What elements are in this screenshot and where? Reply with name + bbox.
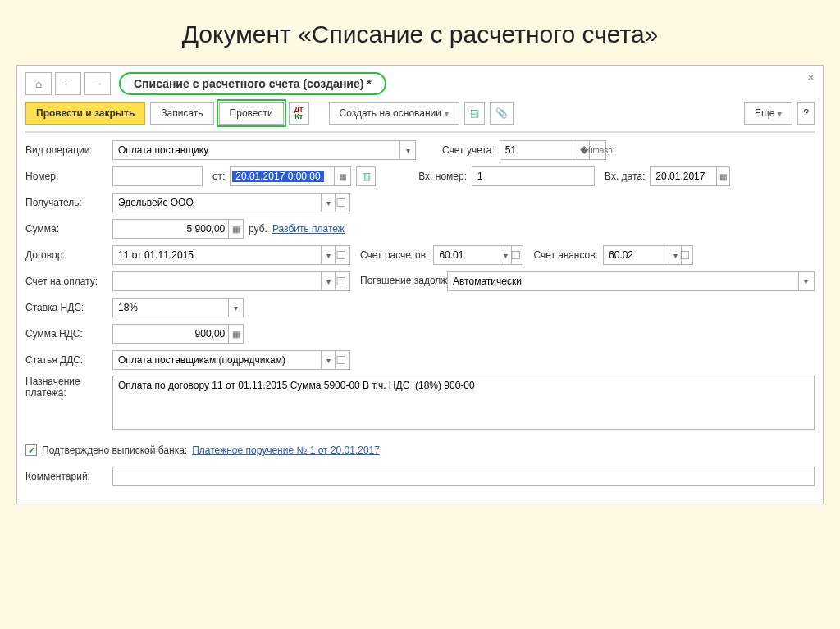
in-num-field[interactable] xyxy=(472,166,595,186)
label-in-date: Вх. дата: xyxy=(605,171,645,182)
label-debt: Погашение задолженности: xyxy=(360,276,442,286)
open-icon[interactable]: �ůmash; xyxy=(589,141,605,159)
attach-icon-button[interactable]: 📎 xyxy=(490,102,514,125)
label-vat-sum: Сумма НДС: xyxy=(25,328,107,340)
post-button[interactable]: Провести xyxy=(219,102,284,125)
op-type-input[interactable] xyxy=(113,141,399,159)
open-icon[interactable]: ⃞ xyxy=(335,272,349,290)
acct-input[interactable] xyxy=(500,141,578,159)
dropdown-icon[interactable]: ▾ xyxy=(321,194,336,212)
dropdown-icon[interactable]: ▾ xyxy=(798,272,814,290)
label-calc-acct: Счет расчетов: xyxy=(360,249,428,261)
vat-sum-field[interactable]: ▦ xyxy=(112,324,244,344)
label-from: от: xyxy=(212,171,225,182)
label-op-type: Вид операции: xyxy=(25,144,107,156)
dropdown-icon[interactable]: ▾ xyxy=(321,351,336,369)
label-acct: Счет учета: xyxy=(442,144,495,156)
open-icon[interactable]: ⃞ xyxy=(681,246,692,264)
doc-status-icon[interactable]: ▥ xyxy=(356,166,376,186)
dtkt-button[interactable]: ДтКт xyxy=(289,102,309,125)
create-based-button[interactable]: Создать на основании▾ xyxy=(329,102,460,125)
op-type-select[interactable]: ▾ xyxy=(112,140,416,160)
date-field[interactable]: 20.01.2017 0:00:00 ▦ xyxy=(230,166,351,186)
acct-select[interactable]: ▾ �ůmash; xyxy=(500,140,606,160)
label-confirmed: Подтверждено выпиской банка: xyxy=(42,444,187,456)
dropdown-icon[interactable]: ▾ xyxy=(228,299,243,317)
number-field[interactable] xyxy=(112,166,203,186)
dropdown-icon[interactable]: ▾ xyxy=(399,141,415,159)
calc-icon[interactable]: ▦ xyxy=(228,220,243,238)
label-dds: Статья ДДС: xyxy=(25,354,107,366)
calc-acct-select[interactable]: ▾ ⃞ xyxy=(433,245,523,265)
label-invoice: Счет на оплату: xyxy=(25,276,107,287)
label-number: Номер: xyxy=(25,171,107,182)
open-icon[interactable]: ⃞ xyxy=(335,351,349,369)
open-icon[interactable]: ⃞ xyxy=(511,246,523,264)
help-button[interactable]: ? xyxy=(797,102,815,125)
label-adv-acct: Счет авансов: xyxy=(533,249,598,261)
sum-field[interactable]: ▦ xyxy=(112,219,244,239)
forward-button[interactable]: → xyxy=(84,72,111,95)
form-body: Вид операции: ▾ Счет учета: ▾ �ůmash; Но… xyxy=(25,139,815,487)
save-button[interactable]: Записать xyxy=(150,102,213,125)
dds-select[interactable]: ▾ ⃞ xyxy=(112,350,350,370)
label-currency: руб. xyxy=(249,223,267,235)
document-window: × ⌂ ← → Списание с расчетного счета (соз… xyxy=(16,65,824,504)
calendar-icon[interactable]: ▦ xyxy=(716,167,729,185)
label-purpose: Назначение платежа: xyxy=(25,376,107,399)
dropdown-icon[interactable]: ▾ xyxy=(669,246,680,264)
dropdown-icon[interactable]: ▾ xyxy=(321,246,336,264)
open-icon[interactable]: ⃞ xyxy=(335,246,349,264)
split-payment-link[interactable]: Разбить платеж xyxy=(272,223,345,235)
label-vat-rate: Ставка НДС: xyxy=(25,302,107,313)
report-icon-button[interactable]: ▤ xyxy=(464,102,485,125)
label-comment: Комментарий: xyxy=(25,471,107,482)
calendar-icon[interactable]: ▦ xyxy=(334,167,350,185)
home-button[interactable]: ⌂ xyxy=(25,72,52,95)
confirmed-checkbox[interactable]: ✓ xyxy=(25,444,37,456)
comment-field[interactable] xyxy=(112,467,815,486)
label-contract: Договор: xyxy=(25,249,107,261)
close-icon[interactable]: × xyxy=(807,71,815,85)
dropdown-icon[interactable]: ▾ xyxy=(321,272,336,290)
page-heading: Документ «Списание с расчетного счета» xyxy=(16,21,824,48)
debt-select[interactable]: ▾ xyxy=(447,271,815,291)
contract-select[interactable]: ▾ ⃞ xyxy=(112,245,350,265)
label-sum: Сумма: xyxy=(25,223,107,235)
open-icon[interactable]: ⃞ xyxy=(335,194,349,212)
label-payee: Получатель: xyxy=(25,197,107,208)
vat-rate-select[interactable]: ▾ xyxy=(112,298,244,317)
dropdown-icon[interactable]: ▾ xyxy=(500,246,511,264)
back-button[interactable]: ← xyxy=(55,72,81,95)
date-value[interactable]: 20.01.2017 0:00:00 xyxy=(232,171,323,182)
toolbar: Провести и закрыть Записать Провести ДтК… xyxy=(25,102,815,133)
adv-acct-select[interactable]: ▾ ⃞ xyxy=(603,245,693,265)
post-and-close-button[interactable]: Провести и закрыть xyxy=(25,102,145,125)
invoice-select[interactable]: ▾ ⃞ xyxy=(112,271,350,291)
calc-icon[interactable]: ▦ xyxy=(228,325,243,343)
in-date-field[interactable]: ▦ xyxy=(650,166,730,186)
label-in-num: Вх. номер: xyxy=(418,171,467,182)
payee-select[interactable]: ▾ ⃞ xyxy=(112,193,350,212)
document-title: Списание с расчетного счета (создание) * xyxy=(119,72,386,95)
bank-doc-link[interactable]: Платежное поручение № 1 от 20.01.2017 xyxy=(192,444,380,456)
more-button[interactable]: Еще▾ xyxy=(744,102,792,125)
purpose-textarea[interactable]: Оплата по договору 11 от 01.11.2015 Сумм… xyxy=(112,376,815,430)
nav-row: ⌂ ← → Списание с расчетного счета (созда… xyxy=(25,72,815,95)
